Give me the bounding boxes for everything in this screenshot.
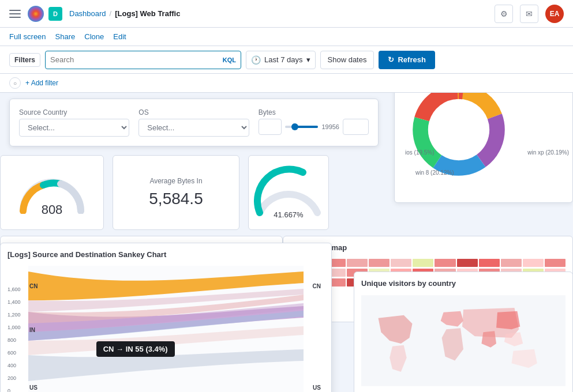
bytes-label: Bytes <box>259 108 369 116</box>
source-country-field: Source Country Select... <box>19 108 129 137</box>
os-field: OS Select... <box>138 108 249 137</box>
elastic-logo <box>28 6 44 22</box>
avg-bytes-label: Average Bytes In <box>149 177 202 185</box>
refresh-button[interactable]: ↻ Refresh <box>379 51 435 69</box>
breadcrumb-current: [Logs] Web Traffic <box>115 9 180 18</box>
avg-bytes-value: 5,584.5 <box>149 190 203 208</box>
range-thumb[interactable] <box>291 123 298 130</box>
visitors-by-os-widget: [Logs] Visitors by OS win 7 (19.44%) osx… <box>394 93 573 203</box>
os-select[interactable]: Select... <box>138 119 249 137</box>
os-label-winxp: win xp (20.19%) <box>527 149 569 156</box>
filter-toggle[interactable]: ○ <box>9 77 21 89</box>
share-link[interactable]: Share <box>55 32 76 41</box>
svg-point-5 <box>430 101 488 159</box>
os-label-win8: win 8 (20.12%) <box>415 169 454 176</box>
sankey-widget: [Logs] Source and Destination Sankey Cha… <box>0 243 332 392</box>
sankey-us-right: US <box>313 385 321 391</box>
search-wrap: KQL <box>45 51 241 69</box>
topbar: D Dashboard / [Logs] Web Traffic ⚙ ✉ EA <box>0 0 573 28</box>
time-picker[interactable]: 🕐 Last 7 days ▾ <box>246 51 316 69</box>
menu-icon[interactable] <box>9 8 21 20</box>
os-label: OS <box>138 108 249 116</box>
sankey-us-left: US <box>29 385 38 391</box>
breadcrumb-parent[interactable]: Dashboard <box>69 9 106 18</box>
avatar[interactable]: EA <box>545 5 564 23</box>
show-dates-button[interactable]: Show dates <box>320 51 374 69</box>
full-screen-link[interactable]: Full screen <box>9 32 46 41</box>
breadcrumb: Dashboard / [Logs] Web Traffic <box>69 9 495 18</box>
add-filter-row: ○ + Add filter <box>0 74 573 93</box>
settings-icon[interactable]: ⚙ <box>495 5 513 23</box>
gauge-widget: 808 <box>0 155 104 230</box>
secondary-nav: Full screen Share Clone Edit <box>0 28 573 46</box>
bytes-max-label: 19956 <box>321 123 339 130</box>
source-country-select[interactable]: Select... <box>19 119 129 137</box>
breadcrumb-separator: / <box>110 9 112 18</box>
filter-panel: Source Country Select... OS Select... By… <box>9 99 379 146</box>
mail-icon[interactable]: ✉ <box>520 5 538 23</box>
sankey-title: [Logs] Source and Destination Sankey Cha… <box>8 250 324 259</box>
main-content: Source Country Select... OS Select... By… <box>0 93 573 392</box>
app-icon: D <box>48 7 62 21</box>
topbar-actions: ⚙ ✉ EA <box>495 5 564 23</box>
source-country-label: Source Country <box>19 108 129 116</box>
add-filter-link[interactable]: + Add filter <box>25 79 58 87</box>
search-input[interactable] <box>50 55 223 64</box>
world-map-title: Unique visitors by country <box>361 279 565 288</box>
sankey-in-left: IN <box>29 327 35 333</box>
os-label-ios: ios (19.5%) <box>405 149 435 156</box>
time-range: Last 7 days <box>264 55 303 64</box>
circle-icon: ○ <box>13 80 17 86</box>
sankey-tooltip: CN → IN 55 (3.4%) <box>96 341 175 357</box>
bytes-max-input[interactable] <box>343 119 369 135</box>
sankey-cn-left: CN <box>29 283 38 289</box>
world-map-chart <box>361 295 565 387</box>
bytes-range-track <box>285 126 319 128</box>
kql-badge[interactable]: KQL <box>223 56 236 63</box>
clock-icon: 🕐 <box>251 55 261 65</box>
sankey-cn-right: CN <box>313 283 321 289</box>
avg-bytes-widget: Average Bytes In 5,584.5 <box>113 155 239 230</box>
sankey-chart <box>28 266 304 392</box>
gauge-value: 808 <box>42 202 63 217</box>
filter-bar: Filters KQL 🕐 Last 7 days ▾ Show dates ↻… <box>0 46 573 74</box>
edit-link[interactable]: Edit <box>113 32 126 41</box>
chevron-down-icon: ▾ <box>306 55 310 64</box>
pct-widget: 41.667% <box>248 155 329 230</box>
bytes-min-input[interactable]: 0 <box>259 119 282 135</box>
pct-value: 41.667% <box>249 210 328 219</box>
filters-label: Filters <box>9 53 40 67</box>
bytes-field: Bytes 0 19956 <box>259 108 369 137</box>
refresh-icon: ↻ <box>388 55 394 64</box>
sankey-y-axis: 1,600 1,400 1,200 1,000 800 600 400 200 … <box>8 287 28 392</box>
world-map-widget: Unique visitors by country <box>354 272 573 392</box>
clone-link[interactable]: Clone <box>84 32 104 41</box>
